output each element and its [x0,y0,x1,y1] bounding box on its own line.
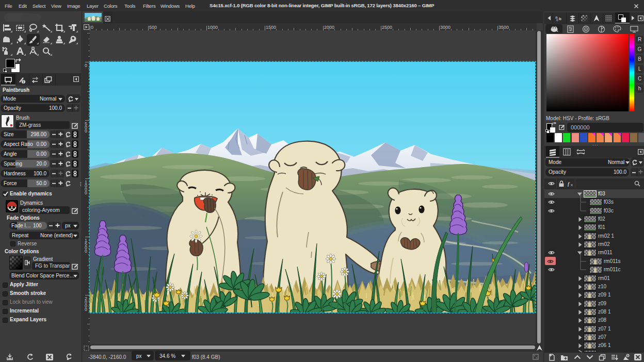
svg-text:0: 0 [85,128,87,134]
svg-text:0: 0 [85,307,87,312]
svg-text:f: f [568,181,570,187]
svg-text:x: x [571,183,573,187]
svg-text:2000: 2000 [324,25,334,30]
svg-text:c: c [556,18,558,22]
svg-text:b: b [559,17,561,21]
svg-text:1500: 1500 [266,25,276,30]
svg-text:3500: 3500 [498,25,509,30]
svg-text:0: 0 [85,190,87,195]
svg-text:2500: 2500 [382,25,392,30]
svg-text:1000: 1000 [207,25,218,30]
svg-text:0: 0 [85,63,87,68]
svg-text:500: 500 [149,25,157,30]
svg-text:!: ! [23,79,24,84]
svg-text:0: 0 [91,25,93,30]
svg-text:3000: 3000 [440,25,450,30]
svg-text:0: 0 [85,249,87,254]
